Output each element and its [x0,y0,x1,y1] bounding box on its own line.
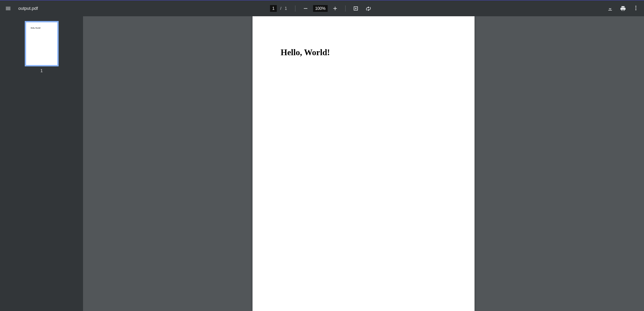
fit-page-icon [353,5,359,12]
toolbar-center: / 1 100% [270,0,374,16]
menu-button[interactable] [3,3,14,14]
page-separator: / [279,6,283,11]
page-canvas[interactable]: Hello, World! [83,16,644,311]
page-total: 1 [285,6,290,11]
workspace: Hello, World! 1 Hello, World! [0,16,644,311]
print-icon [620,5,626,12]
thumbnail-preview-text: Hello, World! [31,27,41,29]
pdf-page: Hello, World! [253,16,475,311]
thumbnail-sidebar: Hello, World! 1 [0,16,83,311]
thumbnail-label: 1 [40,68,43,73]
fit-to-page-button[interactable] [350,3,361,14]
zoom-in-button[interactable] [329,3,340,14]
toolbar-divider [295,5,296,12]
download-icon [607,5,613,12]
pdf-toolbar: output.pdf / 1 100% [0,0,644,16]
toolbar-left: output.pdf [3,3,38,14]
plus-icon [332,5,338,12]
minus-icon [303,5,309,12]
page-number-input[interactable] [270,5,277,12]
download-button[interactable] [605,3,616,14]
print-button[interactable] [618,3,628,14]
document-heading: Hello, World! [281,48,330,57]
document-filename: output.pdf [18,6,38,11]
toolbar-divider [345,5,345,12]
page-thumbnail[interactable]: Hello, World! [25,21,59,66]
rotate-icon [365,5,371,12]
menu-icon [5,5,11,12]
more-actions-button[interactable] [630,3,641,14]
zoom-level: 100% [313,5,328,12]
zoom-out-button[interactable] [300,3,311,14]
toolbar-right [605,3,641,14]
more-vertical-icon [633,5,639,12]
rotate-button[interactable] [363,3,374,14]
